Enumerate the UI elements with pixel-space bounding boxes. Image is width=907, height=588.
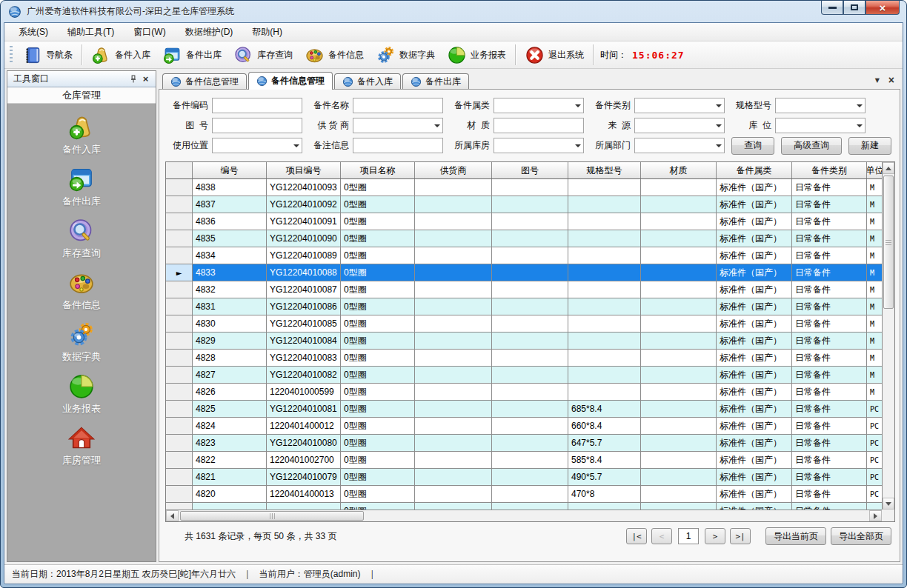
- table-row[interactable]: 482612204010005990型圈标准件（国产）日常备件M: [166, 384, 894, 401]
- tab-list-dropdown-icon[interactable]: ▼: [875, 77, 880, 84]
- table-cell[interactable]: [641, 435, 717, 451]
- table-cell[interactable]: 日常备件: [792, 350, 867, 366]
- table-cell[interactable]: YG12204010085: [267, 315, 341, 332]
- table-cell[interactable]: PC: [867, 401, 883, 417]
- table-cell[interactable]: [641, 298, 717, 315]
- horizontal-scroll-track[interactable]: [179, 510, 869, 521]
- table-cell[interactable]: [641, 333, 717, 349]
- table-cell[interactable]: [492, 298, 568, 315]
- table-cell[interactable]: M: [867, 247, 883, 264]
- table-cell[interactable]: [492, 384, 568, 400]
- advanced-query-button[interactable]: 高级查询: [781, 137, 842, 155]
- table-row[interactable]: 4831YG122040100860型圈标准件（国产）日常备件M: [166, 298, 894, 315]
- export-all-pages-button[interactable]: 导出全部页: [831, 527, 891, 545]
- table-cell[interactable]: 1220401002700: [267, 452, 341, 468]
- horizontal-scrollbar[interactable]: [166, 510, 882, 521]
- table-row[interactable]: 4836YG122040100910型圈标准件（国产）日常备件M: [166, 213, 894, 230]
- table-cell[interactable]: 标准件（国产）: [717, 435, 792, 451]
- vertical-scrollbar[interactable]: [882, 162, 894, 510]
- column-header[interactable]: 供货商: [415, 162, 492, 178]
- sidebar-item-pie[interactable]: 业务报表: [62, 372, 101, 415]
- table-cell[interactable]: PC: [867, 469, 883, 485]
- table-row[interactable]: ►4833YG122040100880型圈标准件（国产）日常备件M: [166, 264, 894, 281]
- table-cell[interactable]: 标准件（国产）: [717, 469, 792, 485]
- column-header[interactable]: 规格型号: [568, 162, 641, 178]
- table-cell[interactable]: M: [867, 196, 883, 213]
- table-cell[interactable]: [415, 230, 492, 247]
- sidebar-item-search[interactable]: 库存查询: [62, 217, 101, 260]
- table-cell[interactable]: 日常备件: [792, 196, 867, 213]
- table-cell[interactable]: [641, 264, 717, 281]
- menu-item[interactable]: 窗口(W): [125, 24, 173, 41]
- table-cell[interactable]: 4827: [193, 367, 267, 383]
- sidebar-item-house[interactable]: 库房管理: [62, 424, 101, 467]
- table-row[interactable]: 4837YG122040100920型圈标准件（国产）日常备件M: [166, 196, 894, 213]
- combo-field[interactable]: [634, 138, 725, 153]
- table-row[interactable]: 482412204014000120型圈660*8.4标准件（国产）日常备件PC: [166, 418, 894, 435]
- table-cell[interactable]: [492, 350, 568, 366]
- table-cell[interactable]: 标准件（国产）: [717, 298, 792, 315]
- table-cell[interactable]: 0型圈: [341, 384, 415, 400]
- table-cell[interactable]: [641, 230, 717, 247]
- table-cell[interactable]: [641, 452, 717, 468]
- table-cell[interactable]: [492, 230, 568, 247]
- table-cell[interactable]: 0型圈: [341, 401, 415, 417]
- toolbar-button-exit[interactable]: 退出系统: [519, 44, 590, 67]
- table-cell[interactable]: YG12204010091: [267, 213, 341, 230]
- table-cell[interactable]: [641, 469, 717, 485]
- table-cell[interactable]: 490*5.7: [568, 469, 641, 485]
- table-cell[interactable]: 4829: [193, 333, 267, 349]
- table-cell[interactable]: 0型圈: [341, 298, 415, 315]
- table-cell[interactable]: [415, 418, 492, 434]
- table-cell[interactable]: 4830: [193, 315, 267, 332]
- table-row[interactable]: 4835YG122040100900型圈标准件（国产）日常备件M: [166, 230, 894, 247]
- table-cell[interactable]: [492, 247, 568, 264]
- table-cell[interactable]: 日常备件: [792, 230, 867, 247]
- combo-field[interactable]: [494, 98, 584, 113]
- menu-item[interactable]: 系统(S): [10, 24, 56, 41]
- table-cell[interactable]: 日常备件: [792, 315, 867, 332]
- table-row[interactable]: 4821YG122040100790型圈490*5.7标准件（国产）日常备件PC: [166, 469, 894, 486]
- table-cell[interactable]: 0型圈: [341, 213, 415, 230]
- table-cell[interactable]: 标准件（国产）: [717, 486, 792, 502]
- table-cell[interactable]: [415, 384, 492, 400]
- table-cell[interactable]: 标准件（国产）: [717, 401, 792, 417]
- table-cell[interactable]: PC: [867, 435, 883, 451]
- table-cell[interactable]: 标准件（国产）: [717, 333, 792, 349]
- column-header[interactable]: 图号: [492, 162, 568, 178]
- table-cell[interactable]: YG12204010083: [267, 350, 341, 366]
- table-cell[interactable]: [641, 350, 717, 366]
- combo-field[interactable]: [494, 138, 584, 153]
- table-cell[interactable]: [568, 264, 641, 281]
- table-cell[interactable]: [492, 315, 568, 332]
- table-cell[interactable]: 0型圈: [341, 469, 415, 485]
- table-cell[interactable]: YG12204010087: [267, 281, 341, 298]
- table-cell[interactable]: [492, 469, 568, 485]
- table-cell[interactable]: [415, 435, 492, 451]
- table-cell[interactable]: [568, 230, 641, 247]
- table-cell[interactable]: M: [867, 367, 883, 383]
- table-cell[interactable]: [492, 401, 568, 417]
- table-cell[interactable]: [568, 350, 641, 366]
- tab-3[interactable]: 备件出库: [402, 73, 469, 90]
- table-cell[interactable]: 4831: [193, 298, 267, 315]
- table-cell[interactable]: 日常备件: [792, 264, 867, 281]
- text-field[interactable]: [212, 118, 302, 133]
- table-cell[interactable]: [492, 435, 568, 451]
- table-cell[interactable]: [492, 418, 568, 434]
- table-cell[interactable]: [415, 469, 492, 485]
- export-current-page-button[interactable]: 导出当前页: [765, 527, 826, 545]
- table-cell[interactable]: [641, 486, 717, 502]
- table-cell[interactable]: [568, 247, 641, 264]
- table-cell[interactable]: [415, 350, 492, 366]
- table-cell[interactable]: YG12204010080: [267, 435, 341, 451]
- table-cell[interactable]: [415, 298, 492, 315]
- table-cell[interactable]: 标准件（国产）: [717, 384, 792, 400]
- table-cell[interactable]: 标准件（国产）: [717, 264, 792, 281]
- table-cell[interactable]: YG12204010088: [267, 264, 341, 281]
- table-cell[interactable]: [641, 179, 717, 196]
- table-row[interactable]: 4830YG122040100850型圈标准件（国产）日常备件M: [166, 315, 894, 333]
- table-cell[interactable]: 0型圈: [341, 281, 415, 298]
- pin-icon[interactable]: [127, 73, 139, 85]
- table-cell[interactable]: 0型圈: [341, 333, 415, 349]
